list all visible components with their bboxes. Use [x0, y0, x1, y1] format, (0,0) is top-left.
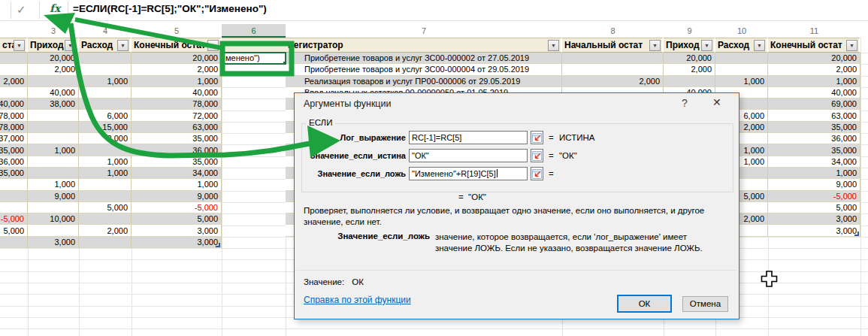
- table-cell[interactable]: 35,000: [132, 156, 222, 168]
- filter-icon[interactable]: ▼: [701, 40, 712, 51]
- table-cell[interactable]: 1,000: [79, 76, 132, 87]
- table-cell[interactable]: 63,000: [768, 110, 860, 121]
- ok-button[interactable]: ОК: [617, 295, 672, 313]
- table-cell[interactable]: 6,000: [79, 110, 132, 121]
- table-cell[interactable]: 35,000: [0, 168, 28, 179]
- range-picker-icon[interactable]: [531, 149, 543, 162]
- table-cell[interactable]: 72,000: [132, 110, 222, 121]
- argument-input[interactable]: "Изменено"+R[19]C[5]: [409, 167, 528, 180]
- table-resize-handle[interactable]: [216, 243, 220, 247]
- table-cell[interactable]: [79, 179, 132, 190]
- table-cell[interactable]: 2,000: [664, 64, 715, 75]
- table-cell[interactable]: [28, 168, 79, 179]
- filter-icon[interactable]: ▼: [649, 40, 661, 51]
- table-cell[interactable]: [562, 64, 664, 75]
- column-number-6[interactable]: 6: [222, 24, 286, 38]
- table-cell[interactable]: 63,000: [132, 122, 222, 133]
- table-cell[interactable]: 36,000: [768, 133, 860, 144]
- table-header-cell[interactable]: Конечный остат▼: [132, 38, 222, 53]
- table-cell[interactable]: Приобретение товаров и услуг ЗС00-000002…: [286, 53, 562, 64]
- table-cell[interactable]: 20,000: [28, 53, 79, 64]
- table-cell[interactable]: [0, 191, 28, 202]
- table-cell[interactable]: [0, 202, 28, 213]
- table-cell[interactable]: 2,000: [28, 64, 79, 75]
- table-header-cell[interactable]: Начальный остат▼: [562, 38, 664, 53]
- table-cell[interactable]: [0, 87, 28, 98]
- table-cell[interactable]: 35,000: [132, 133, 222, 144]
- table-cell[interactable]: 40,000: [768, 87, 860, 98]
- table-cell[interactable]: 3,000: [768, 225, 860, 236]
- table-cell[interactable]: 1,000: [715, 76, 768, 87]
- table-header-cell[interactable]: Приход▼: [664, 38, 715, 53]
- table-cell[interactable]: Приобретение товаров и услуг ЗС00-000004…: [286, 64, 562, 75]
- table-cell[interactable]: 9,000: [768, 179, 860, 190]
- column-number-4[interactable]: 4: [79, 24, 132, 38]
- table-cell[interactable]: 20,000: [768, 53, 860, 64]
- table-cell[interactable]: 5,000: [79, 202, 132, 213]
- table-cell[interactable]: 1,000: [28, 144, 79, 156]
- table-cell[interactable]: 3,000: [28, 237, 79, 248]
- table-cell[interactable]: 15,000: [79, 122, 132, 133]
- column-number-10[interactable]: 10: [715, 24, 768, 38]
- table-cell[interactable]: -5,000: [132, 202, 222, 213]
- insert-function-icon[interactable]: fx: [50, 2, 60, 14]
- table-cell[interactable]: [28, 225, 79, 236]
- table-cell[interactable]: 38,000: [28, 98, 79, 110]
- filter-icon[interactable]: ▼: [14, 40, 25, 51]
- table-cell[interactable]: 9,000: [132, 191, 222, 202]
- enter-check-icon[interactable]: ✓: [17, 3, 26, 17]
- table-header-cell[interactable]: Расход▼: [79, 38, 132, 53]
- table-cell[interactable]: 9,000: [28, 191, 79, 202]
- table-cell[interactable]: [79, 144, 132, 156]
- table-cell[interactable]: 5,000: [0, 225, 28, 236]
- fill-handle[interactable]: [283, 62, 286, 65]
- table-cell[interactable]: 35,000: [768, 144, 860, 156]
- table-cell[interactable]: 1,000: [132, 76, 222, 87]
- table-cell[interactable]: 3,000: [132, 225, 222, 236]
- table-cell[interactable]: 20,000: [132, 53, 222, 64]
- filter-icon[interactable]: ▼: [65, 40, 76, 51]
- table-cell[interactable]: 2,000: [79, 225, 132, 236]
- table-cell[interactable]: 2,000: [562, 76, 664, 87]
- table-header-cell[interactable]: стат▼: [0, 38, 28, 53]
- table-cell[interactable]: [79, 64, 132, 75]
- table-cell[interactable]: [664, 76, 715, 87]
- table-cell[interactable]: [715, 64, 768, 75]
- table-cell[interactable]: [562, 53, 664, 64]
- table-cell[interactable]: 36,000: [0, 156, 28, 168]
- column-number-8[interactable]: 8: [562, 24, 664, 38]
- table-cell[interactable]: 78,000: [0, 122, 28, 133]
- function-help-link[interactable]: Справка по этой функции: [304, 295, 411, 305]
- table-cell[interactable]: [28, 202, 79, 213]
- table-cell[interactable]: 36,000: [132, 144, 222, 156]
- table-cell[interactable]: 69,000: [768, 98, 860, 110]
- table-cell[interactable]: 78,000: [0, 110, 28, 121]
- table-cell[interactable]: [28, 76, 79, 87]
- table-cell[interactable]: [0, 53, 28, 64]
- table-cell[interactable]: 37,000: [0, 133, 28, 144]
- empty-header-cell[interactable]: [222, 38, 286, 53]
- table-cell[interactable]: [79, 87, 132, 98]
- filter-icon[interactable]: ▼: [207, 40, 219, 51]
- table-cell[interactable]: [28, 122, 79, 133]
- table-cell[interactable]: 2,000: [768, 64, 860, 75]
- table-cell[interactable]: 35,000: [0, 144, 28, 156]
- argument-input[interactable]: RC[-1]=RC[5]: [409, 131, 528, 144]
- table-cell[interactable]: 34,000: [132, 168, 222, 179]
- table-cell[interactable]: 1,000: [79, 168, 132, 179]
- table-cell[interactable]: [0, 179, 28, 190]
- table-header-cell[interactable]: Расход▼: [715, 38, 768, 53]
- table-resize-handle[interactable]: [854, 232, 859, 236]
- table-cell[interactable]: 35,000: [768, 122, 860, 133]
- table-cell[interactable]: [28, 110, 79, 121]
- table-cell[interactable]: 1,000: [79, 156, 132, 168]
- filter-icon[interactable]: ▼: [117, 40, 129, 51]
- column-number-7[interactable]: 7: [286, 24, 562, 38]
- formula-input[interactable]: =ЕСЛИ(RC[-1]=RC[5];"ОК";"Изменено"): [73, 3, 267, 14]
- table-cell[interactable]: 20,000: [664, 53, 715, 64]
- table-cell[interactable]: 1,000: [132, 179, 222, 190]
- table-header-cell[interactable]: Конечный остат▼: [768, 38, 860, 53]
- cell-in-edit[interactable]: менено"): [222, 52, 286, 65]
- range-picker-icon[interactable]: [531, 131, 543, 144]
- table-cell[interactable]: 1,000: [768, 168, 860, 179]
